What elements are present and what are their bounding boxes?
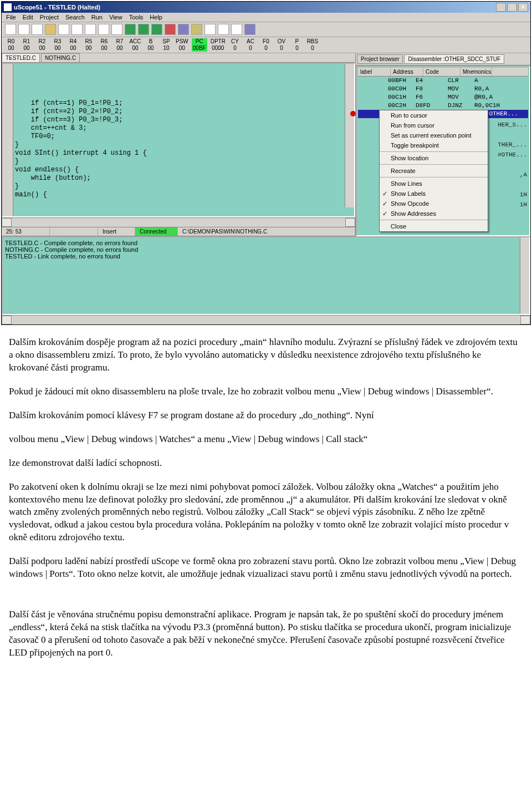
toolbar-button-9[interactable] — [125, 24, 136, 35]
toolbar — [2, 22, 530, 37]
toolbar-button-17[interactable] — [231, 24, 242, 35]
toolbar-button-18[interactable] — [244, 24, 255, 35]
code-editor[interactable]: if (cnt==1) P0_1=!P0_1; if (cnt==2) P0_2… — [2, 63, 355, 217]
app-icon — [4, 3, 12, 11]
toolbar-button-1[interactable] — [18, 24, 29, 35]
disasm-header: label Address Code Mnemonics — [358, 68, 528, 77]
menu-run[interactable]: Run — [91, 14, 103, 21]
register-R0: R000 — [5, 38, 17, 52]
article-p8: Další část je věnována stručnému popisu … — [9, 608, 523, 659]
register-B: B00 — [145, 38, 157, 52]
menubar: File Edit Project Search Run View Tools … — [2, 13, 530, 22]
messages-vscrollbar[interactable] — [520, 237, 529, 314]
disasm-fragment — [498, 180, 527, 190]
menu-item[interactable]: Show Labels — [380, 189, 488, 199]
toolbar-button-8[interactable] — [111, 24, 122, 35]
toolbar-button-6[interactable] — [85, 24, 96, 35]
disasm-row[interactable]: 00C2HD8FDDJNZR0,0C1H — [358, 101, 528, 110]
tab-nothing[interactable]: NOTHING.C — [41, 53, 80, 62]
menu-item[interactable]: Show Opcode — [380, 199, 488, 209]
menu-help[interactable]: Help — [150, 14, 162, 21]
menu-separator — [380, 164, 488, 165]
toolbar-button-11[interactable] — [151, 24, 162, 35]
menu-view[interactable]: View — [109, 14, 122, 21]
menu-project[interactable]: Project — [40, 14, 59, 21]
menu-item[interactable]: Toggle breakpoint — [380, 140, 488, 150]
register-F0: F00 — [260, 38, 272, 52]
editor-hscrollbar[interactable] — [2, 217, 355, 227]
toolbar-button-15[interactable] — [204, 24, 216, 35]
toolbar-button-16[interactable] — [218, 24, 229, 35]
menu-item[interactable]: Set as current execution point — [380, 130, 488, 140]
tab-testled[interactable]: TESTLED.C — [2, 53, 40, 62]
col-code: Code — [423, 68, 461, 76]
status-empty — [50, 227, 98, 236]
messages-pane: TESTLED.C - Compile complete, no errors … — [2, 236, 530, 315]
editor-vscrollbar[interactable] — [345, 64, 354, 207]
register-bar: R000R100R200R300R400R500R600R700ACC00B00… — [2, 37, 530, 53]
register-R1: R100 — [21, 38, 33, 52]
close-button[interactable]: × — [518, 3, 528, 12]
message-line: TESTLED - Link complete, no errors found — [5, 253, 527, 260]
code-line: } — [15, 158, 353, 166]
article-p1: Dalším krokováním dospěje program až na … — [9, 336, 523, 374]
disasm-fragment — [498, 160, 527, 170]
register-RBS: RBS0 — [306, 38, 319, 52]
register-R2: R200 — [36, 38, 48, 52]
menu-separator — [380, 177, 488, 177]
toolbar-button-5[interactable] — [71, 24, 83, 35]
disasm-row[interactable]: 00C1HF6MOV@R0,A — [358, 93, 528, 101]
code-line: cnt=++cnt & 3; — [15, 124, 353, 133]
toolbar-button-7[interactable] — [98, 24, 109, 35]
disassembler-view: label Address Code Mnemonics 00BFHE4CLRA… — [356, 65, 530, 236]
status-file-path: C:\DEMON\PAS\WIN\NOTHING.C — [178, 227, 355, 236]
maximize-button[interactable]: □ — [507, 3, 517, 12]
menu-tools[interactable]: Tools — [129, 14, 144, 21]
tab-disassembler[interactable]: Disassembler :OTHER_SDCC_STUF — [404, 54, 504, 64]
right-tabs: Project browser Disassembler :OTHER_SDCC… — [356, 53, 530, 65]
toolbar-button-3[interactable] — [45, 24, 56, 35]
status-connected: Connected — [135, 227, 178, 236]
context-menu: Run to cursorRun from cursorSet as curre… — [379, 110, 488, 232]
toolbar-button-4[interactable] — [58, 24, 69, 35]
ide-window: uScope51 - TESTLED (Halted) _ □ × File E… — [1, 1, 531, 325]
menu-item[interactable]: Close — [380, 221, 488, 231]
col-mnemonics: Mnemonics — [461, 68, 492, 76]
minimize-button[interactable]: _ — [496, 3, 506, 12]
code-line: if (cnt==3) P0_3=!P0_3; — [15, 116, 353, 124]
menu-item[interactable]: Recreate — [380, 166, 488, 176]
toolbar-button-2[interactable] — [32, 24, 43, 35]
code-line: void endless() { — [15, 166, 353, 174]
toolbar-button-14[interactable] — [191, 24, 202, 35]
menu-item[interactable]: Show Lines — [380, 179, 488, 189]
toolbar-button-0[interactable] — [5, 24, 16, 35]
register-PC: PC00BF — [192, 38, 207, 52]
disasm-row[interactable]: 00C0HF8MOVR0,A — [358, 85, 528, 93]
toolbar-button-13[interactable] — [178, 24, 189, 35]
col-address: Address — [391, 68, 423, 76]
menu-file[interactable]: File — [6, 14, 16, 21]
menu-item[interactable]: Run from cursor — [380, 120, 488, 130]
code-line: while (button); — [15, 174, 353, 182]
disasm-row[interactable]: 00BFHE4CLRA — [358, 77, 528, 85]
messages-hscrollbar[interactable] — [2, 315, 530, 324]
register-DPTR: DPTR0000 — [211, 38, 226, 52]
tab-project-browser[interactable]: Project browser — [357, 54, 403, 64]
code-line: if (cnt==1) P0_1=!P0_1; — [15, 99, 353, 108]
article-body: Dalším krokováním dospěje program až na … — [0, 326, 532, 693]
menu-item[interactable]: Show location — [380, 153, 488, 163]
menu-item[interactable]: Run to cursor — [380, 110, 488, 120]
toolbar-button-12[interactable] — [165, 24, 176, 35]
article-p7: Další podporu ladění nabízí prostředí uS… — [9, 555, 523, 581]
disasm-fragment: 1H — [498, 200, 527, 210]
editor-tabs: TESTLED.C NOTHING.C — [2, 53, 355, 63]
menu-edit[interactable]: Edit — [23, 14, 33, 21]
disasm-fragment: 1H — [498, 190, 527, 200]
register-CY: CY0 — [229, 38, 241, 52]
menu-item[interactable]: Show Addresses — [380, 209, 488, 219]
article-p4: volbou menu „View | Debug windows | Watc… — [9, 433, 523, 446]
message-line: TESTLED.C - Compile complete, no errors … — [5, 240, 527, 246]
titlebar: uScope51 - TESTLED (Halted) _ □ × — [2, 2, 530, 13]
menu-search[interactable]: Search — [65, 14, 85, 21]
toolbar-button-10[interactable] — [138, 24, 149, 35]
